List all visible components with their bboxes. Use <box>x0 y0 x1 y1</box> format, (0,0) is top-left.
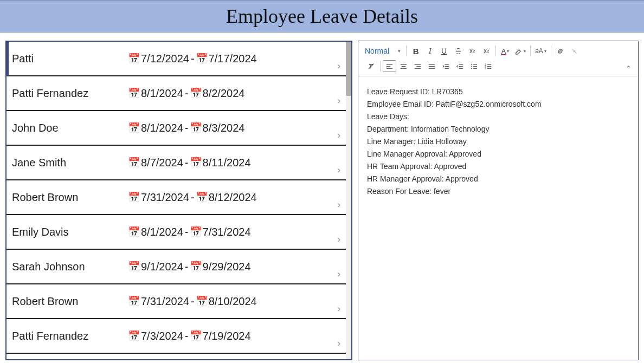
date-separator: - <box>191 53 195 65</box>
calendar-icon: 📅 <box>190 88 201 99</box>
detail-line: Leave Days: <box>367 111 629 122</box>
date-separator: - <box>185 87 189 100</box>
chevron-right-icon: › <box>338 131 340 140</box>
start-date: 7/31/2024 <box>141 295 189 308</box>
chevron-right-icon: › <box>338 304 340 314</box>
list-item[interactable]: Robert Brown 📅 7/31/2024 - 📅 8/12/2024 › <box>7 180 346 215</box>
dropdown-arrow-icon: ▾ <box>398 48 401 54</box>
employee-name: Jane Smith <box>12 157 128 169</box>
detail-line: Leave Request ID: LR70365 <box>367 86 629 98</box>
chevron-right-icon: › <box>338 269 340 279</box>
calendar-icon: 📅 <box>128 122 139 133</box>
chevron-right-icon: › <box>338 61 340 71</box>
end-date: 8/3/2024 <box>203 122 245 134</box>
font-style-select[interactable]: Normal ▾ <box>364 47 404 55</box>
font-color-button[interactable]: A▾ <box>498 44 512 57</box>
end-date: 8/11/2024 <box>203 157 251 169</box>
underline-button[interactable]: U <box>437 44 451 57</box>
scrollbar-thumb[interactable] <box>346 42 351 96</box>
detail-line: Reason For Leave: fever <box>367 186 629 197</box>
start-date: 8/1/2024 <box>141 122 183 134</box>
date-separator: - <box>185 226 189 238</box>
employee-name: Patti <box>12 53 128 65</box>
calendar-icon: 📅 <box>196 192 207 203</box>
date-range: 📅 8/7/2024 - 📅 8/11/2024 <box>128 157 251 169</box>
toolbar-separator <box>551 46 551 56</box>
list-item[interactable]: Sarah Johnson 📅 9/1/2024 - 📅 9/29/2024 › <box>7 250 346 284</box>
leave-list: Patti 📅 7/12/2024 - 📅 7/17/2024 › Patti … <box>7 42 346 359</box>
list-item[interactable]: Jane Smith 📅 8/7/2024 - 📅 8/11/2024 › <box>7 146 346 180</box>
date-separator: - <box>185 122 189 134</box>
calendar-icon: 📅 <box>190 157 201 168</box>
clear-format-button[interactable] <box>364 60 378 73</box>
indent-button[interactable] <box>439 60 453 73</box>
calendar-icon: 📅 <box>128 192 139 203</box>
list-scrollbar[interactable] <box>346 42 351 359</box>
calendar-icon: 📅 <box>128 330 139 341</box>
date-separator: - <box>185 157 189 169</box>
font-style-label: Normal <box>365 47 389 55</box>
italic-button[interactable]: I <box>423 44 437 57</box>
detail-line: Line Manager: Lidia Holloway <box>367 136 629 147</box>
calendar-icon: 📅 <box>128 157 139 168</box>
end-date: 8/2/2024 <box>203 87 245 100</box>
employee-name: Patti Fernandez <box>12 87 128 100</box>
end-date: 8/10/2024 <box>209 295 257 308</box>
calendar-icon: 📅 <box>190 226 201 237</box>
align-left-button[interactable] <box>383 60 396 72</box>
subscript-button[interactable]: x2 <box>479 44 493 57</box>
bullet-list-button[interactable] <box>467 60 481 73</box>
calendar-icon: 📅 <box>190 330 201 341</box>
link-button[interactable] <box>553 44 568 57</box>
svg-point-20 <box>471 68 472 69</box>
detail-line: Department: Information Technology <box>367 124 629 135</box>
calendar-icon: 📅 <box>196 53 207 64</box>
page-title: Employee Leave Details <box>226 5 418 28</box>
employee-name: John Doe <box>12 122 128 134</box>
list-item[interactable]: Patti 📅 7/12/2024 - 📅 7/17/2024 › <box>7 42 346 76</box>
end-date: 7/17/2024 <box>209 53 257 65</box>
align-center-button[interactable] <box>396 60 410 73</box>
date-range: 📅 8/1/2024 - 📅 8/3/2024 <box>128 122 244 134</box>
date-range: 📅 7/31/2024 - 📅 8/10/2024 <box>128 295 257 308</box>
chevron-right-icon: › <box>338 200 340 210</box>
collapse-toolbar-icon[interactable]: ⌃ <box>626 64 632 73</box>
date-range: 📅 9/1/2024 - 📅 9/29/2024 <box>128 261 251 273</box>
list-item[interactable]: Patti Fernandez 📅 8/1/2024 - 📅 8/2/2024 … <box>7 76 346 111</box>
date-range: 📅 8/1/2024 - 📅 7/31/2024 <box>128 226 251 238</box>
calendar-icon: 📅 <box>128 53 139 64</box>
number-list-button[interactable]: 123 <box>481 60 495 73</box>
start-date: 8/1/2024 <box>141 226 183 238</box>
align-justify-button[interactable] <box>424 60 439 73</box>
chevron-right-icon: › <box>338 339 340 348</box>
start-date: 7/12/2024 <box>141 53 189 65</box>
calendar-icon: 📅 <box>196 296 207 307</box>
list-item[interactable]: Robert Brown 📅 7/31/2024 - 📅 8/10/2024 › <box>7 284 346 319</box>
calendar-icon: 📅 <box>128 296 139 307</box>
list-item[interactable]: Patti Fernandez 📅 7/3/2024 - 📅 7/19/2024… <box>7 319 346 354</box>
bold-button[interactable]: B <box>409 44 423 57</box>
svg-point-18 <box>471 63 472 64</box>
detail-body[interactable]: Leave Request ID: LR70365Employee Email … <box>358 76 638 360</box>
svg-point-19 <box>471 66 472 67</box>
case-button[interactable]: aA▾ <box>533 44 549 57</box>
highlight-color-button[interactable]: ▾ <box>512 44 528 57</box>
list-item[interactable]: Emily Davis 📅 8/1/2024 - 📅 7/31/2024 › <box>7 215 346 250</box>
outdent-button[interactable] <box>453 60 467 73</box>
start-date: 8/1/2024 <box>141 87 183 100</box>
date-range: 📅 7/12/2024 - 📅 7/17/2024 <box>128 53 257 65</box>
detail-panel: Normal ▾ B I U x2 x2 A▾ ▾ <box>358 41 639 360</box>
start-date: 8/7/2024 <box>141 157 183 169</box>
employee-name: Robert Brown <box>12 191 128 204</box>
align-right-button[interactable] <box>410 60 424 73</box>
start-date: 7/3/2024 <box>141 330 183 342</box>
list-item[interactable]: John Doe 📅 8/1/2024 - 📅 8/3/2024 › <box>7 111 346 146</box>
superscript-button[interactable]: x2 <box>465 44 479 57</box>
date-separator: - <box>185 261 189 273</box>
end-date: 7/19/2024 <box>203 330 251 342</box>
detail-line: HR Team Approval: Approved <box>367 161 629 172</box>
strikethrough-button[interactable] <box>451 44 465 57</box>
date-range: 📅 8/1/2024 - 📅 8/2/2024 <box>128 87 244 100</box>
toolbar-separator <box>530 46 531 56</box>
date-separator: - <box>191 295 195 308</box>
